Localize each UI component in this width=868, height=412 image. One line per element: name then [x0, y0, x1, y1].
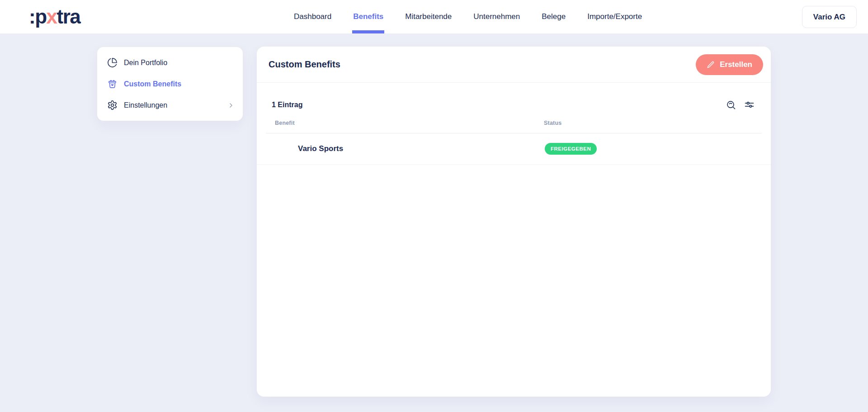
- app-screen: :pxtra Dashboard Benefits Mitarbeitende …: [0, 0, 868, 412]
- main-nav: Dashboard Benefits Mitarbeitende Unterne…: [294, 0, 642, 33]
- panel-header: Custom Benefits Erstellen: [257, 47, 771, 83]
- gear-icon: [107, 100, 118, 110]
- benefits-sidebar: Dein Portfolio Custom Benefits: [97, 47, 243, 121]
- create-button-label: Erstellen: [720, 60, 752, 69]
- search-button[interactable]: [726, 99, 736, 110]
- account-label: Vario AG: [813, 13, 845, 22]
- filter-button[interactable]: [744, 99, 755, 110]
- nav-label: Mitarbeitende: [405, 12, 452, 21]
- logo-text: :p: [29, 5, 47, 28]
- column-header-status: Status: [544, 120, 561, 126]
- nav-item-unternehmen[interactable]: Unternehmen: [473, 0, 520, 33]
- toolbar-icons: [726, 99, 755, 110]
- custom-benefits-panel: Custom Benefits Erstellen 1 Eintrag: [257, 47, 771, 397]
- nav-label: Dashboard: [294, 12, 331, 21]
- sidebar-item-label: Custom Benefits: [124, 80, 181, 88]
- pie-chart-icon: [107, 57, 118, 68]
- benefit-name: Vario Sports: [298, 144, 343, 153]
- nav-label: Importe/Exporte: [587, 12, 642, 21]
- page-title: Custom Benefits: [269, 59, 340, 70]
- nav-item-mitarbeitende[interactable]: Mitarbeitende: [405, 0, 452, 33]
- nav-item-benefits[interactable]: Benefits: [353, 0, 383, 33]
- nav-label: Benefits: [353, 12, 383, 21]
- sidebar-item-dein-portfolio[interactable]: Dein Portfolio: [97, 52, 243, 73]
- nav-label: Belege: [542, 12, 566, 21]
- pencil-icon: [707, 61, 715, 69]
- active-tab-underline: [352, 30, 384, 33]
- nav-label: Unternehmen: [473, 12, 520, 21]
- sidebar-item-einstellungen[interactable]: Einstellungen: [97, 95, 243, 116]
- benefits-basket-icon: [107, 79, 118, 89]
- sidebar-item-label: Dein Portfolio: [124, 59, 167, 67]
- create-benefit-button[interactable]: Erstellen: [696, 54, 763, 75]
- logo-accent-letter: x: [47, 5, 57, 28]
- account-company-button[interactable]: Vario AG: [802, 6, 857, 28]
- table-header: Benefit Status: [257, 113, 771, 133]
- logo-text: tra: [57, 5, 80, 28]
- sneaker-icon: [275, 140, 292, 157]
- filter-sliders-icon: [744, 99, 755, 110]
- status-badge: FREIGEGEBEN: [545, 143, 597, 155]
- top-header: :pxtra Dashboard Benefits Mitarbeitende …: [0, 0, 868, 33]
- sidebar-item-label: Einstellungen: [124, 101, 167, 109]
- list-toolbar: 1 Eintrag: [257, 83, 771, 110]
- entry-count: 1 Eintrag: [272, 101, 302, 109]
- pxtra-logo[interactable]: :pxtra: [29, 5, 80, 28]
- nav-item-belege[interactable]: Belege: [542, 0, 566, 33]
- column-header-benefit: Benefit: [275, 120, 295, 126]
- nav-item-dashboard[interactable]: Dashboard: [294, 0, 331, 33]
- table-row-vario-sports[interactable]: Vario Sports FREIGEGEBEN: [257, 133, 771, 165]
- chevron-right-icon: [227, 102, 235, 109]
- sidebar-item-custom-benefits[interactable]: Custom Benefits: [97, 73, 243, 95]
- search-icon: [726, 99, 736, 110]
- nav-item-importe-exporte[interactable]: Importe/Exporte: [587, 0, 642, 33]
